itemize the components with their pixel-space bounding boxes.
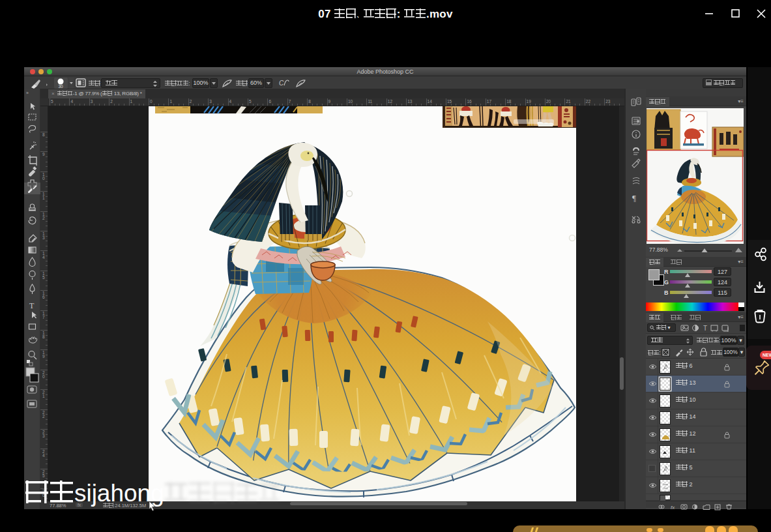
svg-text:T: T	[29, 301, 35, 310]
svg-text:»: »	[26, 91, 29, 95]
svg-text:C: C	[279, 80, 284, 87]
svg-text:30: 30	[58, 84, 63, 89]
svg-text:T: T	[703, 325, 707, 332]
svg-text:fx: fx	[671, 505, 675, 510]
svg-text:¶: ¶	[632, 193, 636, 203]
